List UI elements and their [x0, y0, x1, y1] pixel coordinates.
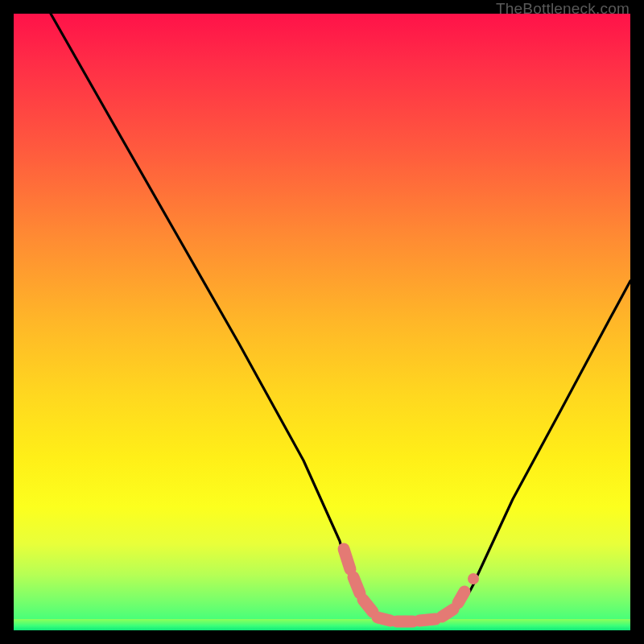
curve-path [51, 14, 630, 622]
valley-end-dot [468, 573, 479, 584]
valley-marker [344, 549, 464, 621]
chart-frame: TheBottleneck.com [0, 0, 644, 644]
bottleneck-curve [14, 14, 630, 630]
plot-area [14, 14, 630, 630]
